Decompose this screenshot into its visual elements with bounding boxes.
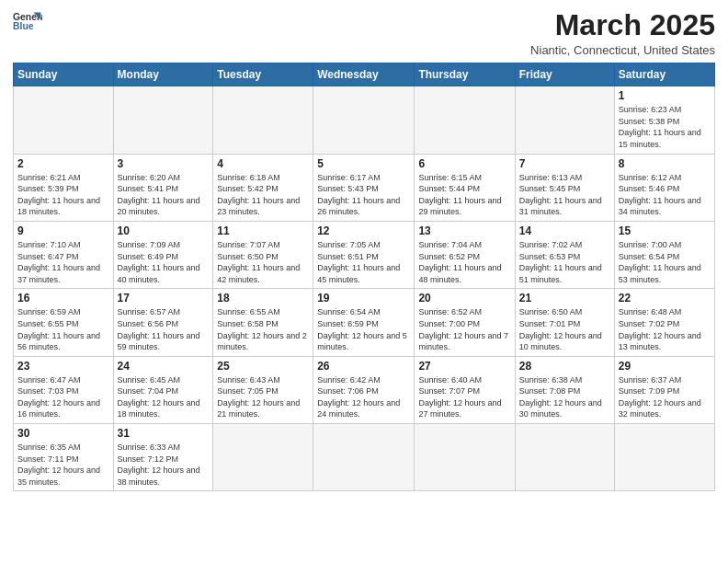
day-info: Sunrise: 6:37 AMSunset: 7:09 PMDaylight:… bbox=[619, 374, 711, 420]
day-number: 10 bbox=[118, 224, 210, 237]
table-row: 7Sunrise: 6:13 AMSunset: 5:45 PMDaylight… bbox=[515, 154, 614, 221]
day-number: 14 bbox=[519, 224, 610, 237]
day-number: 5 bbox=[317, 157, 410, 170]
table-row: 29Sunrise: 6:37 AMSunset: 7:09 PMDayligh… bbox=[614, 356, 714, 423]
table-row bbox=[313, 86, 415, 154]
day-number: 30 bbox=[17, 427, 109, 440]
header-tuesday: Tuesday bbox=[213, 63, 313, 86]
table-row: 10Sunrise: 7:09 AMSunset: 6:49 PMDayligh… bbox=[113, 221, 213, 288]
day-info: Sunrise: 6:59 AMSunset: 6:55 PMDaylight:… bbox=[17, 306, 109, 352]
day-number: 7 bbox=[519, 157, 610, 170]
day-info: Sunrise: 7:02 AMSunset: 6:53 PMDaylight:… bbox=[519, 239, 610, 285]
table-row bbox=[113, 86, 213, 154]
day-info: Sunrise: 6:12 AMSunset: 5:46 PMDaylight:… bbox=[619, 172, 711, 218]
table-row: 5Sunrise: 6:17 AMSunset: 5:43 PMDaylight… bbox=[313, 154, 415, 221]
day-number: 11 bbox=[217, 224, 309, 237]
header-friday: Friday bbox=[515, 63, 614, 86]
day-number: 12 bbox=[317, 224, 410, 237]
day-info: Sunrise: 6:55 AMSunset: 6:58 PMDaylight:… bbox=[217, 306, 309, 352]
table-row: 19Sunrise: 6:54 AMSunset: 6:59 PMDayligh… bbox=[313, 289, 415, 356]
svg-text:Blue: Blue bbox=[13, 21, 34, 31]
calendar-week-row: 1Sunrise: 6:23 AMSunset: 5:38 PMDaylight… bbox=[14, 86, 715, 154]
table-row: 20Sunrise: 6:52 AMSunset: 7:00 PMDayligh… bbox=[415, 289, 515, 356]
table-row bbox=[313, 424, 415, 491]
calendar-week-row: 23Sunrise: 6:47 AMSunset: 7:03 PMDayligh… bbox=[14, 356, 715, 423]
day-number: 2 bbox=[17, 157, 109, 170]
day-info: Sunrise: 6:15 AMSunset: 5:44 PMDaylight:… bbox=[418, 172, 510, 218]
day-number: 17 bbox=[118, 292, 210, 304]
day-number: 31 bbox=[118, 427, 210, 440]
day-number: 9 bbox=[17, 224, 109, 237]
table-row: 6Sunrise: 6:15 AMSunset: 5:44 PMDaylight… bbox=[415, 154, 515, 221]
table-row: 31Sunrise: 6:33 AMSunset: 7:12 PMDayligh… bbox=[113, 424, 213, 491]
day-number: 15 bbox=[619, 224, 711, 237]
logo: General Blue bbox=[13, 9, 42, 35]
table-row: 4Sunrise: 6:18 AMSunset: 5:42 PMDaylight… bbox=[213, 154, 313, 221]
table-row: 3Sunrise: 6:20 AMSunset: 5:41 PMDaylight… bbox=[113, 154, 213, 221]
day-number: 21 bbox=[519, 292, 610, 304]
calendar-subtitle: Niantic, Connecticut, United States bbox=[530, 43, 715, 57]
table-row: 24Sunrise: 6:45 AMSunset: 7:04 PMDayligh… bbox=[113, 356, 213, 423]
day-info: Sunrise: 6:21 AMSunset: 5:39 PMDaylight:… bbox=[17, 172, 109, 218]
table-row: 28Sunrise: 6:38 AMSunset: 7:08 PMDayligh… bbox=[515, 356, 614, 423]
table-row: 25Sunrise: 6:43 AMSunset: 7:05 PMDayligh… bbox=[213, 356, 313, 423]
table-row bbox=[614, 424, 714, 491]
table-row: 17Sunrise: 6:57 AMSunset: 6:56 PMDayligh… bbox=[113, 289, 213, 356]
table-row: 27Sunrise: 6:40 AMSunset: 7:07 PMDayligh… bbox=[415, 356, 515, 423]
day-number: 26 bbox=[317, 360, 410, 373]
header-wednesday: Wednesday bbox=[313, 63, 415, 86]
day-info: Sunrise: 7:05 AMSunset: 6:51 PMDaylight:… bbox=[317, 239, 410, 285]
day-info: Sunrise: 6:43 AMSunset: 7:05 PMDaylight:… bbox=[217, 374, 309, 420]
table-row bbox=[515, 86, 614, 154]
day-info: Sunrise: 6:13 AMSunset: 5:45 PMDaylight:… bbox=[519, 172, 610, 218]
day-info: Sunrise: 6:50 AMSunset: 7:01 PMDaylight:… bbox=[519, 306, 610, 352]
day-number: 22 bbox=[619, 292, 711, 304]
generalblue-logo-icon: General Blue bbox=[13, 9, 42, 35]
table-row: 11Sunrise: 7:07 AMSunset: 6:50 PMDayligh… bbox=[213, 221, 313, 288]
table-row: 2Sunrise: 6:21 AMSunset: 5:39 PMDaylight… bbox=[14, 154, 114, 221]
day-info: Sunrise: 6:48 AMSunset: 7:02 PMDaylight:… bbox=[619, 306, 711, 352]
day-info: Sunrise: 7:07 AMSunset: 6:50 PMDaylight:… bbox=[217, 239, 309, 285]
table-row: 13Sunrise: 7:04 AMSunset: 6:52 PMDayligh… bbox=[415, 221, 515, 288]
table-row bbox=[14, 86, 114, 154]
table-row: 9Sunrise: 7:10 AMSunset: 6:47 PMDaylight… bbox=[14, 221, 114, 288]
header-thursday: Thursday bbox=[415, 63, 515, 86]
day-info: Sunrise: 6:54 AMSunset: 6:59 PMDaylight:… bbox=[317, 306, 410, 352]
day-info: Sunrise: 6:18 AMSunset: 5:42 PMDaylight:… bbox=[217, 172, 309, 218]
day-info: Sunrise: 6:23 AMSunset: 5:38 PMDaylight:… bbox=[619, 104, 711, 150]
calendar-week-row: 9Sunrise: 7:10 AMSunset: 6:47 PMDaylight… bbox=[14, 221, 715, 288]
table-row: 26Sunrise: 6:42 AMSunset: 7:06 PMDayligh… bbox=[313, 356, 415, 423]
day-info: Sunrise: 6:57 AMSunset: 6:56 PMDaylight:… bbox=[118, 306, 210, 352]
table-row: 14Sunrise: 7:02 AMSunset: 6:53 PMDayligh… bbox=[515, 221, 614, 288]
day-number: 1 bbox=[619, 89, 711, 102]
table-row: 15Sunrise: 7:00 AMSunset: 6:54 PMDayligh… bbox=[614, 221, 714, 288]
calendar-title: March 2025 bbox=[530, 9, 715, 41]
weekday-header-row: Sunday Monday Tuesday Wednesday Thursday… bbox=[14, 63, 715, 86]
table-row: 8Sunrise: 6:12 AMSunset: 5:46 PMDaylight… bbox=[614, 154, 714, 221]
day-info: Sunrise: 6:33 AMSunset: 7:12 PMDaylight:… bbox=[118, 442, 210, 488]
day-number: 8 bbox=[619, 157, 711, 170]
day-info: Sunrise: 7:10 AMSunset: 6:47 PMDaylight:… bbox=[17, 239, 109, 285]
day-info: Sunrise: 6:38 AMSunset: 7:08 PMDaylight:… bbox=[519, 374, 610, 420]
day-number: 29 bbox=[619, 360, 711, 373]
calendar-week-row: 2Sunrise: 6:21 AMSunset: 5:39 PMDaylight… bbox=[14, 154, 715, 221]
table-row: 30Sunrise: 6:35 AMSunset: 7:11 PMDayligh… bbox=[14, 424, 114, 491]
day-number: 13 bbox=[418, 224, 510, 237]
table-row: 12Sunrise: 7:05 AMSunset: 6:51 PMDayligh… bbox=[313, 221, 415, 288]
header-monday: Monday bbox=[113, 63, 213, 86]
calendar-week-row: 30Sunrise: 6:35 AMSunset: 7:11 PMDayligh… bbox=[14, 424, 715, 491]
table-row: 16Sunrise: 6:59 AMSunset: 6:55 PMDayligh… bbox=[14, 289, 114, 356]
calendar-table: Sunday Monday Tuesday Wednesday Thursday… bbox=[13, 63, 715, 491]
day-number: 6 bbox=[418, 157, 510, 170]
day-info: Sunrise: 7:09 AMSunset: 6:49 PMDaylight:… bbox=[118, 239, 210, 285]
day-number: 24 bbox=[118, 360, 210, 373]
day-info: Sunrise: 6:45 AMSunset: 7:04 PMDaylight:… bbox=[118, 374, 210, 420]
table-row: 22Sunrise: 6:48 AMSunset: 7:02 PMDayligh… bbox=[614, 289, 714, 356]
calendar-week-row: 16Sunrise: 6:59 AMSunset: 6:55 PMDayligh… bbox=[14, 289, 715, 356]
title-block: March 2025 Niantic, Connecticut, United … bbox=[530, 9, 715, 57]
day-info: Sunrise: 6:47 AMSunset: 7:03 PMDaylight:… bbox=[17, 374, 109, 420]
day-number: 16 bbox=[17, 292, 109, 304]
table-row bbox=[213, 86, 313, 154]
day-info: Sunrise: 7:04 AMSunset: 6:52 PMDaylight:… bbox=[418, 239, 510, 285]
day-number: 28 bbox=[519, 360, 610, 373]
